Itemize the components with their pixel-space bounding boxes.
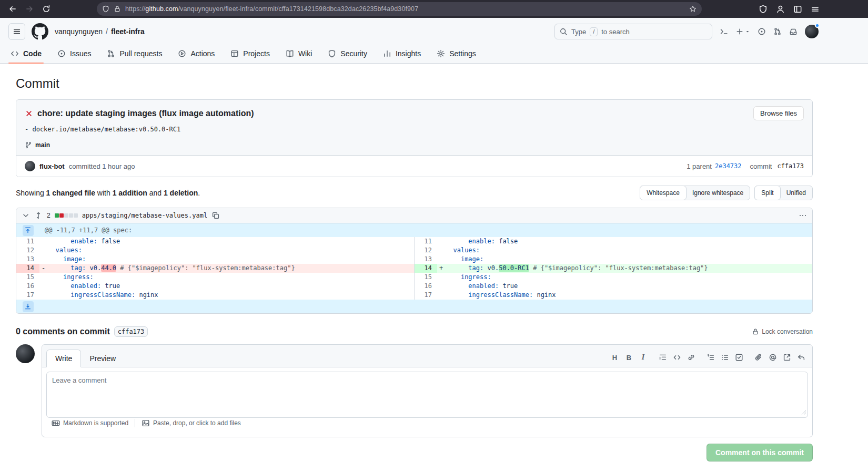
- sidebar-icon[interactable]: [793, 5, 802, 14]
- line-number-right[interactable]: 12: [414, 246, 437, 255]
- code-cell-right[interactable]: enable: false: [437, 237, 812, 246]
- code-cell-right[interactable]: enabled: true: [437, 282, 812, 291]
- mention-button[interactable]: [765, 351, 780, 364]
- code-cell-right[interactable]: + tag: v0.50.0-RC1 # {"$imagepolicy": "f…: [437, 264, 812, 273]
- reply-button[interactable]: [794, 351, 808, 364]
- code-cell-right[interactable]: image:: [437, 255, 812, 264]
- comment-on-commit-button[interactable]: Comment on this commit: [706, 444, 813, 461]
- back-button[interactable]: [5, 2, 20, 16]
- file-options-kebab-icon[interactable]: [799, 211, 807, 220]
- quote-button[interactable]: [655, 351, 670, 364]
- url-bar[interactable]: https://github.com/vanquynguyen/fleet-in…: [97, 2, 702, 16]
- tracking-shield-icon[interactable]: [102, 5, 109, 13]
- bold-button[interactable]: B: [622, 351, 636, 364]
- expand-all-icon[interactable]: [34, 211, 43, 220]
- code-cell-right[interactable]: ingress:: [437, 273, 812, 282]
- code-cell-left[interactable]: - tag: v0.44.0 # {"$imagepolicy": "flux-…: [39, 264, 414, 273]
- committer-name[interactable]: flux-bot: [39, 162, 65, 170]
- code-cell-left[interactable]: image:: [39, 255, 414, 264]
- line-number-right[interactable]: 14: [414, 264, 437, 273]
- line-number-left[interactable]: 15: [16, 273, 39, 282]
- command-palette-icon[interactable]: [720, 27, 728, 36]
- markdown-supported-link[interactable]: Markdown is supported: [52, 419, 128, 427]
- link-button[interactable]: [684, 351, 698, 364]
- whitespace-button[interactable]: Whitespace: [640, 186, 687, 200]
- extension-shield-icon[interactable]: [759, 5, 768, 14]
- tab-pull-requests[interactable]: Pull requests: [100, 44, 168, 63]
- line-number-left[interactable]: 16: [16, 282, 39, 291]
- inbox-icon[interactable]: [789, 27, 798, 36]
- bookmark-star-icon[interactable]: [689, 5, 697, 13]
- global-nav-button[interactable]: [8, 23, 25, 40]
- tab-projects[interactable]: Projects: [224, 44, 276, 63]
- tab-wiki[interactable]: Wiki: [279, 44, 318, 63]
- line-number-right[interactable]: 11: [414, 237, 437, 246]
- codeglyph-button[interactable]: [670, 351, 684, 364]
- tab-security[interactable]: Security: [321, 44, 374, 63]
- italic-button[interactable]: I: [636, 351, 650, 364]
- status-failed-icon[interactable]: [25, 109, 33, 118]
- code-cell-left[interactable]: enable: false: [39, 237, 414, 246]
- comments-commit-sha[interactable]: cffa173: [114, 326, 148, 337]
- split-view-button[interactable]: Split: [754, 186, 780, 200]
- tab-code[interactable]: Code: [4, 44, 48, 63]
- line-number-right[interactable]: 17: [414, 291, 437, 300]
- tab-actions[interactable]: Actions: [171, 44, 221, 63]
- diff-filename[interactable]: apps/staging/metabase-values.yaml: [82, 212, 207, 219]
- code-cell-right[interactable]: values:: [437, 246, 812, 255]
- code-cell-left[interactable]: values:: [39, 246, 414, 255]
- line-number-left[interactable]: 11: [16, 237, 39, 246]
- pull-requests-header-icon[interactable]: [773, 27, 782, 36]
- breadcrumb-repo[interactable]: fleet-infra: [111, 27, 145, 36]
- paperclip-button[interactable]: [751, 351, 765, 364]
- line-number-left[interactable]: 14: [16, 264, 39, 273]
- https-lock-icon[interactable]: [114, 5, 121, 13]
- tab-insights[interactable]: Insights: [377, 44, 427, 63]
- account-icon[interactable]: [776, 5, 785, 14]
- avatar[interactable]: [805, 25, 819, 38]
- lock-conversation-button[interactable]: Lock conversation: [752, 328, 813, 335]
- comment-footer: Markdown is supported Paste, drop, or cl…: [46, 418, 808, 433]
- attach-files-button[interactable]: Paste, drop, or click to add files: [142, 419, 241, 427]
- tab-issues[interactable]: Issues: [51, 44, 97, 63]
- cross-reference-button[interactable]: [780, 351, 794, 364]
- unified-view-button[interactable]: Unified: [780, 186, 812, 200]
- tab-settings[interactable]: Settings: [430, 44, 482, 63]
- line-number-left[interactable]: 13: [16, 255, 39, 264]
- comment-textarea[interactable]: [46, 372, 808, 418]
- code-cell-right[interactable]: ingressClassName: nginx: [437, 291, 812, 300]
- line-number-right[interactable]: 15: [414, 273, 437, 282]
- forward-button[interactable]: [22, 2, 37, 16]
- commit-sha: cffa173: [777, 162, 804, 170]
- copy-path-icon[interactable]: [211, 211, 220, 220]
- breadcrumb-owner[interactable]: vanquynguyen: [55, 27, 103, 36]
- expand-up-button[interactable]: [23, 225, 34, 236]
- committer-avatar[interactable]: [25, 161, 35, 171]
- create-new-button[interactable]: [735, 27, 750, 36]
- branch-name[interactable]: main: [35, 141, 50, 149]
- issues-header-icon[interactable]: [758, 27, 766, 36]
- code-cell-left[interactable]: ingress:: [39, 273, 414, 282]
- browse-files-button[interactable]: Browse files: [753, 106, 804, 120]
- list-unordered-button[interactable]: [718, 351, 732, 364]
- github-logo[interactable]: [32, 23, 48, 40]
- line-number-right[interactable]: 13: [414, 255, 437, 264]
- expand-down-button[interactable]: [23, 301, 34, 312]
- tasklist-button[interactable]: [732, 351, 746, 364]
- diff-file-header: 2 apps/staging/metabase-values.yaml: [16, 208, 812, 223]
- code-cell-left[interactable]: enabled: true: [39, 282, 414, 291]
- tab-write[interactable]: Write: [46, 350, 81, 367]
- ignore-whitespace-button[interactable]: Ignore whitespace: [686, 186, 750, 200]
- tab-preview[interactable]: Preview: [81, 350, 124, 367]
- search-input[interactable]: Type / to search: [554, 24, 712, 39]
- heading-button[interactable]: H: [608, 351, 622, 364]
- parent-sha[interactable]: 2e34732: [715, 162, 742, 170]
- code-cell-left[interactable]: ingressClassName: nginx: [39, 291, 414, 300]
- line-number-right[interactable]: 16: [414, 282, 437, 291]
- line-number-left[interactable]: 12: [16, 246, 39, 255]
- app-menu-icon[interactable]: [811, 5, 820, 14]
- line-number-left[interactable]: 17: [16, 291, 39, 300]
- collapse-file-chevron-icon[interactable]: [22, 211, 30, 220]
- list-ordered-button[interactable]: [703, 351, 718, 364]
- reload-button[interactable]: [39, 2, 54, 16]
